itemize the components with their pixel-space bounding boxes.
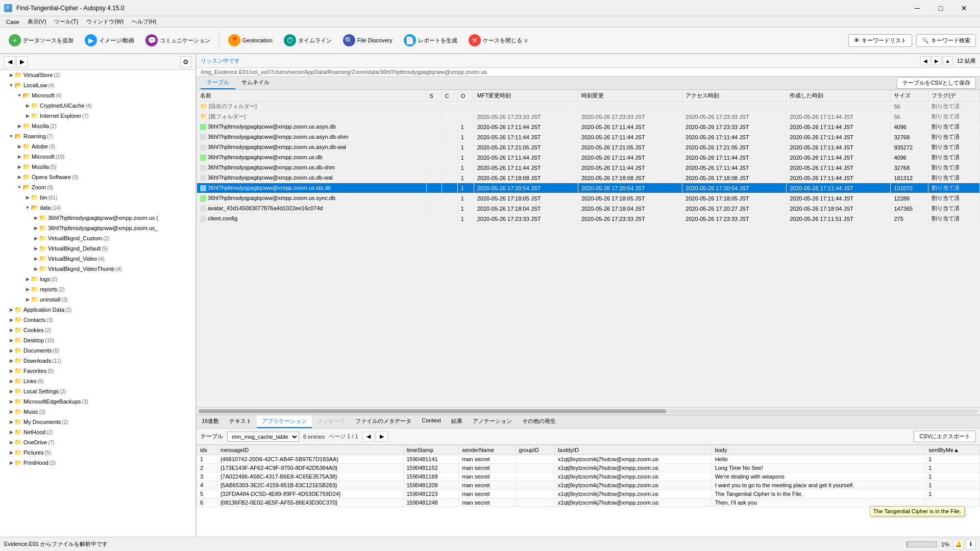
tree-item[interactable]: ▶📁VirtualStore(2) [0, 70, 195, 80]
tree-item[interactable]: ▶📁Microsoft(19) [0, 152, 195, 162]
table-row[interactable]: 📁[親フォルダー]2020-05-26 17:23:33 JST2020-05-… [197, 112, 980, 122]
generate-report-button[interactable]: 📄 レポートを生成 [399, 32, 462, 49]
status-icon-2[interactable]: ℹ [966, 539, 976, 549]
tree-item[interactable]: ▶📁Links(5) [0, 376, 195, 386]
minimize-button[interactable]: ─ [905, 0, 929, 16]
tree-item[interactable]: ▶📁Music(3) [0, 407, 195, 417]
table-row[interactable]: 36hf7hjdtmsdyqpagtqcww@xmpp.zoom.us.asyn… [197, 122, 980, 132]
menu-case[interactable]: Case [2, 18, 23, 26]
tree-item[interactable]: ▶📁Mozilla(2) [0, 121, 195, 131]
tree-item[interactable]: ▶📁My Documents(2) [0, 417, 195, 427]
tree-item[interactable]: ▶📁Pictures(5) [0, 447, 195, 458]
file-discovery-button[interactable]: 🔍 File Discovery [338, 32, 397, 49]
tree-item[interactable]: ▶📁Opera Software(3) [0, 172, 195, 182]
tree-item[interactable]: ▶📁Desktop(10) [0, 335, 195, 345]
bottom-tab-application[interactable]: アプリケーション [257, 415, 312, 428]
tree-item[interactable]: ▶📁VirtualBkgnd_Video(4) [0, 254, 195, 264]
tree-item[interactable]: ▶📁uninstall(3) [0, 294, 195, 305]
table-row[interactable]: 36hf7hjdtmsdyqpagtqcww@xmpp.zoom.us.asyn… [197, 142, 980, 153]
tree-item[interactable]: ▶📁36hf7hjdtmsdyqpagtqcww@xmpp.zoom.us ( [0, 213, 195, 223]
tree-item[interactable]: ▼📂Microsoft(4) [0, 90, 195, 101]
nav-forward-button[interactable]: ▶ [16, 56, 28, 67]
menu-window[interactable]: ウィンドウ(W) [82, 17, 128, 27]
table-row[interactable]: 36hf7hjdtmsdyqpagtqcww@xmpp.zoom.us.db-w… [197, 173, 980, 183]
table-row[interactable]: 36hf7hjdtmsdyqpagtqcww@xmpp.zoom.us.idx.… [197, 183, 980, 193]
data-table-row[interactable]: 6{08136FB2-0E02-4E5F-AF55-88E43D30C370}1… [197, 498, 980, 507]
tab-table[interactable]: テーブル [201, 77, 235, 89]
tree-item[interactable]: ▶📁Application Data(2) [0, 305, 195, 315]
bottom-tab-other[interactable]: その他の発生 [517, 415, 561, 428]
data-table-row[interactable]: 4{5AB65303-3E2C-4159-851B-83C121E5B283}1… [197, 481, 980, 490]
tree-item[interactable]: ▶📁Downloads(11) [0, 356, 195, 366]
tree-item[interactable]: ▶📁Favorites(5) [0, 366, 195, 376]
add-datasource-button[interactable]: + データソースを追加 [4, 32, 78, 49]
keyword-list-button[interactable]: 👁 キーワードリスト [848, 34, 912, 47]
tab-thumbnail[interactable]: サムネイル [235, 77, 276, 89]
tree-item[interactable]: ▶📁VirtualBkgnd_VideoThumb(4) [0, 264, 195, 274]
tree-item[interactable]: ▶📁reports(2) [0, 284, 195, 294]
table-row[interactable]: 36hf7hjdtmsdyqpagtqcww@xmpp.zoom.us.db12… [197, 153, 980, 163]
tree-item[interactable]: ▶📁VirtualBkgnd_Default(5) [0, 243, 195, 254]
settings-button[interactable]: ⚙ [180, 56, 191, 67]
table-row[interactable]: 36hf7hjdtmsdyqpagtqcww@xmpp.zoom.us.sync… [197, 193, 980, 204]
table-row[interactable]: client.config12020-05-26 17:23:33 JST202… [197, 214, 980, 224]
timeline-button[interactable]: ⏱ タイムライン [279, 32, 336, 49]
geolocation-button[interactable]: 📍 Geolocation [224, 32, 277, 49]
tree-item[interactable]: ▶📁VirtualBkgnd_Custom(2) [0, 233, 195, 243]
table-row[interactable]: 36hf7hjdtmsdyqpagtqcww@xmpp.zoom.us.db-s… [197, 163, 980, 173]
communication-button[interactable]: 💬 コミュニケーション [141, 32, 215, 49]
data-table-row[interactable]: 1{46810742-20D6-42C7-AB4F-5B97E7D183AA}1… [197, 455, 980, 464]
menu-help[interactable]: ヘルプ(H) [128, 17, 160, 27]
close-case-button[interactable]: ✕ ケースを閉じる ∨ [464, 32, 533, 49]
bottom-tab-hex[interactable]: 16進数 [197, 415, 224, 428]
tree-item[interactable]: ▶📁OneDrive(7) [0, 437, 195, 447]
bottom-tab-results[interactable]: 結果 [446, 415, 468, 428]
page-next-button[interactable]: ▶ [376, 432, 388, 442]
tree-item[interactable]: ▶📁Contacts(3) [0, 315, 195, 325]
tree-item[interactable]: ▶📁Local Settings(2) [0, 386, 195, 396]
bottom-tab-annotation[interactable]: アノテーション [468, 415, 517, 428]
keyword-search-button[interactable]: 🔍 キーワード検索 [916, 34, 976, 47]
table-row[interactable]: 36hf7hjdtmsdyqpagtqcww@xmpp.zoom.us.asyn… [197, 132, 980, 142]
tree-item[interactable]: ▶📁Cookies(2) [0, 325, 195, 335]
tree-item[interactable]: ▶📁NetHood(2) [0, 427, 195, 437]
tree-item[interactable]: ▶📁logs(2) [0, 274, 195, 284]
tree-item[interactable]: ▶📁Documents(6) [0, 345, 195, 356]
data-table-row[interactable]: 5{32FDA484-DC5D-4E89-99FF-4D53DE759D24}1… [197, 490, 980, 498]
tree-item[interactable]: ▶📁PrintHood(2) [0, 458, 195, 468]
bottom-tab-text[interactable]: テキスト [224, 415, 257, 428]
tree-item[interactable]: ▶📁MicrosoftEdgeBackups(3) [0, 396, 195, 407]
tree-item[interactable]: ▶📁bin(61) [0, 192, 195, 203]
maximize-button[interactable]: □ [929, 0, 952, 16]
tree-item[interactable]: ▶📁Adobe(3) [0, 141, 195, 152]
table-row[interactable]: 📁[現在のフォルダー]56割り当て済 [197, 102, 980, 112]
tree-item[interactable]: ▶📁Internet Explorer(7) [0, 111, 195, 121]
page-prev-button[interactable]: ◀ [362, 432, 375, 442]
save-csv-button[interactable]: テーブルをCSVとして保存 [897, 77, 976, 89]
tree-item[interactable]: ▼📂Zoom(9) [0, 182, 195, 192]
image-video-button[interactable]: ▶ イメージ/動画 [80, 32, 139, 49]
horizontal-scrollbar[interactable] [197, 407, 980, 414]
table-row[interactable]: avatar_43d145083077876a4d1022ee16c074d12… [197, 204, 980, 214]
menu-tools[interactable]: ツール(T) [50, 17, 82, 27]
tree-item[interactable]: ▶📁36hf7hjdtmsdyqpagtqcww@xmpp.zoom.us_ [0, 223, 195, 233]
file-tab-bar: テーブル サムネイル テーブルをCSVとして保存 [197, 77, 980, 90]
tree-item[interactable]: ▶📁Mozilla(5) [0, 162, 195, 172]
bottom-tab-metadata[interactable]: ファイルのメタデータ [350, 415, 416, 428]
tree-item[interactable]: ▼📂Roaming(7) [0, 131, 195, 141]
path-expand-button[interactable]: ▲ [943, 56, 953, 65]
nav-back-button[interactable]: ◀ [4, 56, 15, 67]
data-table-row[interactable]: 2{173E143F-AF62-4C9F-9750-8DF42D5384A0}1… [197, 464, 980, 472]
tree-item[interactable]: ▼📂LocalLow(4) [0, 80, 195, 90]
bottom-tab-context[interactable]: Context [416, 415, 446, 428]
path-nav-next-button[interactable]: ▶ [932, 56, 942, 65]
menu-view[interactable]: 表示(V) [23, 17, 51, 27]
csv-export-button[interactable]: CSVにエクスポート [914, 431, 976, 442]
path-nav-prev-button[interactable]: ◀ [920, 56, 930, 65]
tree-item[interactable]: ▼📂data(14) [0, 203, 195, 213]
status-icon-1[interactable]: 🔔 [953, 539, 964, 549]
data-table-row[interactable]: 3{7A022486-A58C-4317-B6E8-4C65E3575A38}1… [197, 472, 980, 481]
tree-item[interactable]: ▶📁CryptnetUriCache(4) [0, 101, 195, 111]
table-select[interactable]: mm_msg_cache_table [227, 432, 299, 442]
close-button[interactable]: ✕ [952, 0, 976, 16]
